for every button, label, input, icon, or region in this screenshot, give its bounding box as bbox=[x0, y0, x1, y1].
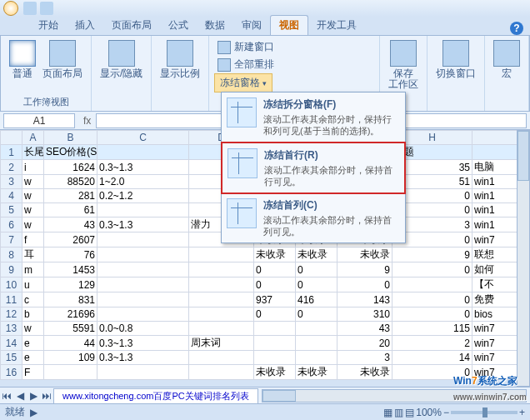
office-button[interactable] bbox=[3, 1, 18, 16]
status-macro-icon[interactable]: ▶ bbox=[30, 407, 38, 418]
cell[interactable]: 143 bbox=[338, 292, 392, 308]
cell[interactable]: w bbox=[22, 203, 44, 218]
cell[interactable]: 2607 bbox=[44, 232, 98, 248]
cell[interactable]: 0.3~1.3 bbox=[98, 218, 189, 232]
sheet-nav-next[interactable]: ▶ bbox=[27, 390, 40, 402]
cell[interactable] bbox=[189, 308, 254, 322]
cell[interactable] bbox=[296, 351, 338, 365]
cell[interactable]: f bbox=[22, 232, 44, 248]
cell[interactable]: 未收录 bbox=[338, 248, 392, 262]
cell[interactable]: b bbox=[22, 308, 44, 322]
cell[interactable]: 0 bbox=[296, 308, 338, 322]
cell[interactable]: 14 bbox=[392, 351, 472, 365]
cell[interactable] bbox=[189, 351, 254, 365]
row-header-1[interactable]: 1 bbox=[1, 145, 22, 160]
cell[interactable]: 未收录 bbox=[254, 365, 296, 380]
cell[interactable]: w bbox=[22, 189, 44, 203]
cell[interactable]: 43 bbox=[44, 218, 98, 232]
cell[interactable]: 109 bbox=[44, 351, 98, 365]
ribbon-tab-公式[interactable]: 公式 bbox=[160, 16, 197, 35]
cell[interactable]: 115 bbox=[392, 322, 472, 336]
row-header-15[interactable]: 15 bbox=[1, 351, 22, 365]
ribbon-tab-页面布局[interactable]: 页面布局 bbox=[103, 16, 160, 35]
col-header-C[interactable]: C bbox=[98, 131, 189, 145]
freeze-option-0[interactable]: 冻结拆分窗格(F) 滚动工作表其余部分时，保持行和列可见(基于当前的选择)。 bbox=[222, 92, 405, 142]
sheet-nav-last[interactable]: ⏭ bbox=[40, 390, 53, 402]
cell[interactable] bbox=[189, 278, 254, 292]
vertical-scrollbar[interactable] bbox=[517, 130, 530, 387]
ribbon-tab-开发工具[interactable]: 开发工具 bbox=[308, 16, 365, 35]
row-header-4[interactable]: 4 bbox=[1, 189, 22, 203]
ribbon-tab-数据[interactable]: 数据 bbox=[197, 16, 233, 35]
row-header-6[interactable]: 6 bbox=[1, 218, 22, 232]
zoom-slider[interactable] bbox=[451, 411, 518, 414]
cell[interactable] bbox=[98, 232, 189, 248]
cell[interactable]: 未收录 bbox=[254, 248, 296, 262]
cell[interactable]: 43 bbox=[338, 322, 392, 336]
cell[interactable]: 0 bbox=[392, 365, 472, 380]
cell[interactable] bbox=[98, 365, 189, 380]
save-workspace-button[interactable]: 保存 工作区 bbox=[385, 38, 422, 92]
cell[interactable]: SEO价格(SVIP!SEO理 bbox=[44, 145, 98, 160]
row-header-13[interactable]: 13 bbox=[1, 322, 22, 336]
cell[interactable]: c bbox=[22, 292, 44, 308]
scrollbar-thumb[interactable] bbox=[262, 390, 296, 402]
cell[interactable]: w bbox=[22, 175, 44, 189]
cell[interactable]: 0.3~1.3 bbox=[98, 351, 189, 365]
new-window-button[interactable]: 新建窗口 bbox=[214, 38, 278, 56]
cell[interactable]: 未收录 bbox=[338, 365, 392, 380]
view-page-icon[interactable]: ▥ bbox=[394, 407, 403, 418]
cell[interactable]: 未收录 bbox=[296, 248, 338, 262]
cell[interactable]: 3 bbox=[338, 351, 392, 365]
cell[interactable] bbox=[392, 278, 472, 292]
cell[interactable]: 0.2~1.2 bbox=[98, 189, 189, 203]
cell[interactable]: 0 bbox=[338, 278, 392, 292]
cell[interactable]: u bbox=[22, 278, 44, 292]
cell[interactable]: 未收录 bbox=[296, 365, 338, 380]
cell[interactable] bbox=[98, 248, 189, 262]
cell[interactable]: i bbox=[22, 160, 44, 175]
zoom-percent[interactable]: 100% bbox=[416, 407, 442, 418]
sheet-nav-first[interactable]: ⏮ bbox=[0, 390, 13, 402]
cell[interactable]: 21696 bbox=[44, 308, 98, 322]
show-hide-button[interactable]: 显示/隐藏 bbox=[97, 38, 146, 81]
row-header-8[interactable]: 8 bbox=[1, 248, 22, 262]
cell[interactable]: 1624 bbox=[44, 160, 98, 175]
cell[interactable]: F bbox=[22, 365, 44, 380]
sheet-tab[interactable]: www.xitongcheng.com百度PC关键词排名列表 bbox=[53, 388, 258, 403]
cell[interactable] bbox=[98, 308, 189, 322]
fx-icon[interactable]: fx bbox=[78, 115, 96, 127]
freeze-panes-button[interactable]: 冻结窗格 ▾ bbox=[214, 73, 272, 92]
cell[interactable]: 129 bbox=[44, 278, 98, 292]
cell[interactable]: 9 bbox=[338, 262, 392, 278]
qat-undo-icon[interactable] bbox=[40, 2, 53, 15]
row-header-7[interactable]: 7 bbox=[1, 232, 22, 248]
col-header-B[interactable]: B bbox=[44, 131, 98, 145]
row-header-16[interactable]: 16 bbox=[1, 365, 22, 380]
switch-window-button[interactable]: 切换窗口 bbox=[432, 38, 479, 81]
view-break-icon[interactable]: ▤ bbox=[405, 407, 414, 418]
zoom-button[interactable]: 显示比例 bbox=[157, 38, 203, 81]
row-header-3[interactable]: 3 bbox=[1, 175, 22, 189]
macros-button[interactable]: 宏 bbox=[490, 38, 523, 81]
cell[interactable] bbox=[254, 351, 296, 365]
cell[interactable] bbox=[296, 336, 338, 351]
cell[interactable] bbox=[189, 322, 254, 336]
cell[interactable]: w bbox=[22, 218, 44, 232]
cell[interactable]: e bbox=[22, 351, 44, 365]
cell[interactable] bbox=[189, 262, 254, 278]
view-normal-icon[interactable]: ▦ bbox=[383, 407, 392, 418]
freeze-option-2[interactable]: 冻结首列(C) 滚动工作表其余部分时，保持首列可见。 bbox=[222, 193, 405, 242]
ribbon-tab-审阅[interactable]: 审阅 bbox=[233, 16, 270, 35]
row-header-11[interactable]: 11 bbox=[1, 292, 22, 308]
cell[interactable]: 0.0~0.8 bbox=[98, 322, 189, 336]
cell[interactable]: 0 bbox=[254, 308, 296, 322]
cell[interactable] bbox=[254, 336, 296, 351]
horizontal-scrollbar[interactable] bbox=[262, 389, 527, 402]
row-header-2[interactable]: 2 bbox=[1, 160, 22, 175]
cell[interactable]: 416 bbox=[296, 292, 338, 308]
view-page-layout-button[interactable]: 页面布局 bbox=[39, 38, 86, 81]
cell[interactable]: 0 bbox=[392, 308, 472, 322]
cell[interactable]: 937 bbox=[254, 292, 296, 308]
cell[interactable] bbox=[189, 365, 254, 380]
